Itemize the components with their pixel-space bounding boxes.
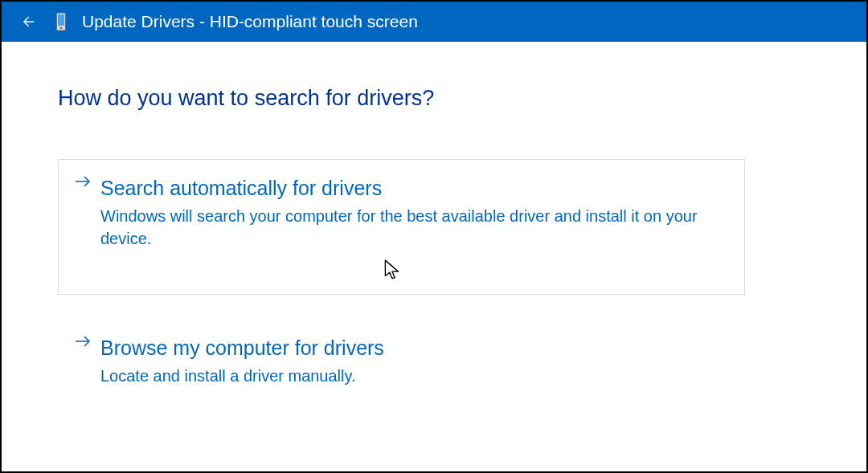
svg-point-2	[60, 27, 63, 30]
back-button[interactable]	[18, 12, 37, 31]
option-title: Search automatically for drivers	[100, 176, 728, 200]
option-browse-computer[interactable]: Browse my computer for drivers Locate an…	[58, 319, 745, 404]
page-heading: How do you want to search for drivers?	[58, 86, 810, 111]
option-description: Locate and install a driver manually.	[100, 365, 728, 387]
device-icon	[55, 11, 68, 32]
window-title: Update Drivers - HID-compliant touch scr…	[82, 12, 418, 31]
arrow-right-icon	[75, 176, 92, 187]
svg-rect-1	[58, 14, 64, 26]
option-title: Browse my computer for drivers	[100, 336, 728, 360]
dialog-content: How do you want to search for drivers? S…	[2, 42, 866, 404]
option-search-automatically[interactable]: Search automatically for drivers Windows…	[58, 159, 745, 295]
arrow-right-icon	[75, 336, 92, 347]
titlebar: Update Drivers - HID-compliant touch scr…	[2, 2, 866, 42]
arrow-left-icon	[19, 14, 35, 30]
option-description: Windows will search your computer for th…	[100, 205, 728, 250]
